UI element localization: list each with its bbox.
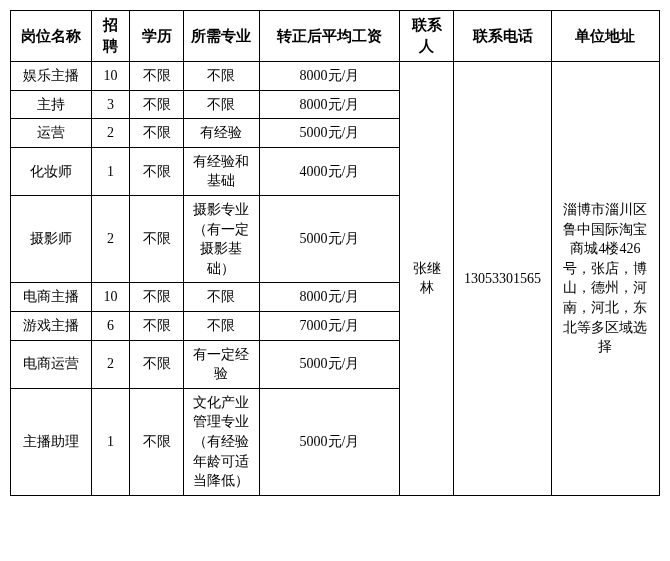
cell-contact-name: 张继林 — [400, 62, 454, 496]
header-phone: 联系电话 — [454, 11, 551, 62]
cell-count: 2 — [92, 340, 130, 388]
cell-education: 不限 — [129, 90, 183, 119]
table-body: 娱乐主播 10 不限 不限 8000元/月 张继林 13053301565 淄博… — [11, 62, 660, 496]
cell-salary: 5000元/月 — [259, 388, 400, 495]
header-major: 所需专业 — [184, 11, 260, 62]
cell-education: 不限 — [129, 119, 183, 148]
cell-education: 不限 — [129, 62, 183, 91]
cell-major: 不限 — [184, 311, 260, 340]
cell-count: 1 — [92, 147, 130, 195]
cell-count: 10 — [92, 62, 130, 91]
cell-education: 不限 — [129, 195, 183, 282]
header-position: 岗位名称 — [11, 11, 92, 62]
header-contact: 联系人 — [400, 11, 454, 62]
cell-position: 娱乐主播 — [11, 62, 92, 91]
cell-major: 不限 — [184, 283, 260, 312]
header-address: 单位地址 — [551, 11, 659, 62]
header-count: 招聘 — [92, 11, 130, 62]
header-education: 学历 — [129, 11, 183, 62]
cell-position: 化妆师 — [11, 147, 92, 195]
cell-position: 主播助理 — [11, 388, 92, 495]
cell-position: 运营 — [11, 119, 92, 148]
cell-count: 1 — [92, 388, 130, 495]
cell-education: 不限 — [129, 311, 183, 340]
table-row: 娱乐主播 10 不限 不限 8000元/月 张继林 13053301565 淄博… — [11, 62, 660, 91]
cell-salary: 7000元/月 — [259, 311, 400, 340]
cell-position: 摄影师 — [11, 195, 92, 282]
cell-position: 电商运营 — [11, 340, 92, 388]
cell-major: 文化产业管理专业（有经验年龄可适当降低） — [184, 388, 260, 495]
cell-count: 2 — [92, 119, 130, 148]
cell-count: 10 — [92, 283, 130, 312]
cell-education: 不限 — [129, 147, 183, 195]
cell-salary: 8000元/月 — [259, 283, 400, 312]
cell-education: 不限 — [129, 388, 183, 495]
cell-contact-address: 淄博市淄川区鲁中国际淘宝商城4楼426号，张店，博山，德州，河南，河北，东北等多… — [551, 62, 659, 496]
cell-major: 不限 — [184, 90, 260, 119]
cell-salary: 4000元/月 — [259, 147, 400, 195]
cell-salary: 8000元/月 — [259, 62, 400, 91]
cell-salary: 5000元/月 — [259, 195, 400, 282]
cell-salary: 8000元/月 — [259, 90, 400, 119]
job-listing-table: 岗位名称 招聘 学历 所需专业 转正后平均工资 联系人 联系电话 单位地址 娱乐… — [10, 10, 660, 496]
cell-position: 电商主播 — [11, 283, 92, 312]
cell-position: 游戏主播 — [11, 311, 92, 340]
cell-education: 不限 — [129, 340, 183, 388]
cell-count: 6 — [92, 311, 130, 340]
header-salary: 转正后平均工资 — [259, 11, 400, 62]
table-header-row: 岗位名称 招聘 学历 所需专业 转正后平均工资 联系人 联系电话 单位地址 — [11, 11, 660, 62]
cell-position: 主持 — [11, 90, 92, 119]
cell-major: 摄影专业（有一定摄影基础） — [184, 195, 260, 282]
cell-contact-phone: 13053301565 — [454, 62, 551, 496]
cell-major: 有一定经验 — [184, 340, 260, 388]
cell-major: 有经验 — [184, 119, 260, 148]
cell-education: 不限 — [129, 283, 183, 312]
cell-count: 3 — [92, 90, 130, 119]
cell-major: 不限 — [184, 62, 260, 91]
cell-count: 2 — [92, 195, 130, 282]
cell-salary: 5000元/月 — [259, 119, 400, 148]
cell-salary: 5000元/月 — [259, 340, 400, 388]
cell-major: 有经验和基础 — [184, 147, 260, 195]
